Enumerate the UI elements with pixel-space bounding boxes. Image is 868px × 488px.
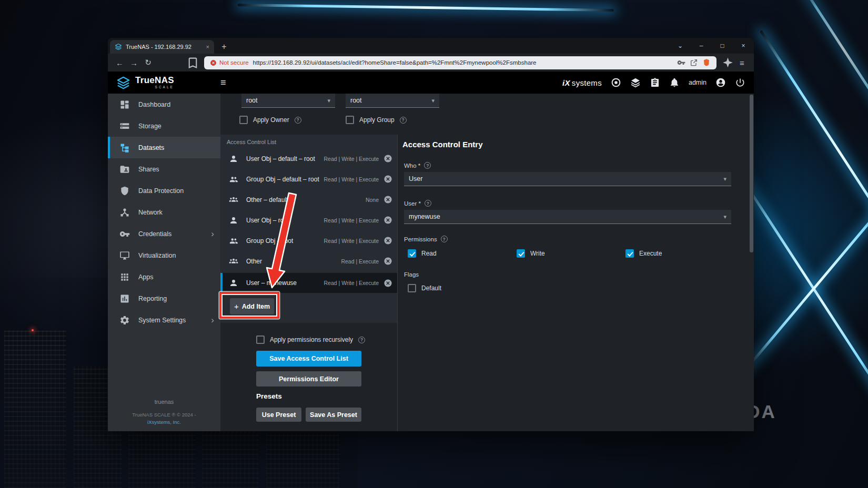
apply-group-checkbox[interactable]: Apply Group ? xyxy=(346,116,407,124)
acl-entry-row[interactable]: Group Obj – default – root Read | Write … xyxy=(220,169,397,189)
plus-icon: + xyxy=(234,302,239,310)
tab-title: TrueNAS - 192.168.29.92 xyxy=(126,44,203,50)
browser-menu-icon[interactable]: ≡ xyxy=(735,56,749,69)
add-item-button[interactable]: + Add Item xyxy=(230,298,274,314)
bookmark-icon[interactable] xyxy=(186,56,199,69)
status-feedback-icon[interactable] xyxy=(611,77,621,88)
back-button[interactable]: ← xyxy=(113,56,126,69)
owner-select[interactable]: root ▾ xyxy=(241,94,335,108)
sidebar-item[interactable]: Virtualization xyxy=(108,245,220,266)
flags-field-label: Flags xyxy=(404,271,419,278)
sidebar-item[interactable]: Network xyxy=(108,201,220,223)
browser-tab[interactable]: TrueNAS - 192.168.29.92 × xyxy=(110,40,214,54)
remove-entry-icon[interactable] xyxy=(383,216,392,225)
remove-entry-icon[interactable] xyxy=(383,195,392,204)
apps-icon xyxy=(119,272,130,282)
acl-entry-row[interactable]: Group Obj – root Read | Write | Execute xyxy=(220,230,397,251)
power-icon[interactable] xyxy=(735,77,745,88)
user-icon xyxy=(229,278,238,288)
permission-checkbox[interactable]: Read xyxy=(408,249,517,258)
tab-close-icon[interactable]: × xyxy=(206,44,209,50)
monitor-icon xyxy=(119,250,130,261)
acl-entry-row[interactable]: Other Read | Execute xyxy=(220,251,397,271)
sidebar-item[interactable]: Dashboard xyxy=(108,94,220,115)
help-icon[interactable]: ? xyxy=(425,200,431,207)
group-select[interactable]: root ▾ xyxy=(346,94,439,108)
address-bar[interactable]: Not secure https://192.168.29.92/ui/data… xyxy=(204,56,716,69)
truenas-favicon-icon xyxy=(115,43,122,50)
sidebar-item[interactable]: Datasets xyxy=(108,137,220,158)
help-icon[interactable]: ? xyxy=(358,337,365,343)
acl-entry-row[interactable]: User Obj – root Read | Write | Execute xyxy=(220,210,397,230)
sidebar-item[interactable]: Apps xyxy=(108,266,220,288)
sidebar-item[interactable]: Reporting xyxy=(108,288,220,309)
help-icon[interactable]: ? xyxy=(424,162,431,169)
checkbox-box xyxy=(408,249,416,258)
share-icon[interactable] xyxy=(690,58,698,67)
sidebar-item[interactable]: Data Protection xyxy=(108,180,220,201)
dashboard-icon xyxy=(119,99,130,110)
sidebar-item[interactable]: System Settings › xyxy=(108,309,220,331)
user-select[interactable]: mynewuse ▾ xyxy=(404,210,731,224)
chart-icon xyxy=(119,293,130,304)
window-close-button[interactable]: × xyxy=(733,38,754,54)
help-icon[interactable]: ? xyxy=(441,236,448,242)
group-select-value: root xyxy=(350,97,362,104)
browser-toolbar: ← → ↻ Not secure https://192.168.29.92/u… xyxy=(108,54,754,72)
browser-tab-strip: TrueNAS - 192.168.29.92 × + ⌄ – □ × xyxy=(108,38,754,54)
permissions-field-label: Permissions ? xyxy=(404,236,448,242)
apply-recursively-checkbox[interactable]: Apply permissions recursively ? xyxy=(256,336,365,344)
browser-window: TrueNAS - 192.168.29.92 × + ⌄ – □ × ← → … xyxy=(108,38,754,431)
permission-checkbox[interactable]: Execute xyxy=(625,249,734,258)
help-icon[interactable]: ? xyxy=(295,117,301,124)
password-key-icon[interactable] xyxy=(677,58,685,67)
apply-owner-checkbox[interactable]: Apply Owner ? xyxy=(239,116,301,124)
alerts-bell-icon[interactable] xyxy=(669,77,680,88)
who-select[interactable]: User ▾ xyxy=(404,172,731,186)
rewards-sparkle-icon[interactable] xyxy=(721,56,734,69)
new-tab-button[interactable]: + xyxy=(217,40,231,54)
brand-subtitle: SCALE xyxy=(135,86,174,89)
tab-search-chevron-icon[interactable]: ⌄ xyxy=(670,38,691,54)
acl-entry-row[interactable]: Other – default None xyxy=(220,189,397,210)
remove-entry-icon[interactable] xyxy=(383,236,392,245)
sidebar-item[interactable]: Shares xyxy=(108,158,220,180)
acl-entry-row[interactable]: User – mynewuse Read | Write | Execute xyxy=(220,273,397,293)
remove-entry-icon[interactable] xyxy=(383,279,392,288)
shares-icon xyxy=(119,164,130,175)
jobs-layers-icon[interactable] xyxy=(630,77,641,88)
sidebar-toggle-icon[interactable]: ≡ xyxy=(220,78,226,87)
window-minimize-button[interactable]: – xyxy=(691,38,712,54)
sidebar-item[interactable]: Credentials › xyxy=(108,223,220,245)
presets-heading: Presets xyxy=(256,392,282,400)
user-icon xyxy=(229,154,238,164)
gear-icon xyxy=(119,315,130,326)
not-secure-warning-icon xyxy=(210,59,217,66)
save-as-preset-button[interactable]: Save As Preset xyxy=(306,408,361,422)
window-maximize-button[interactable]: □ xyxy=(712,38,733,54)
truenas-app: TrueNAS SCALE ≡ iXsystems admin xyxy=(108,72,754,431)
permission-checkbox[interactable]: Write xyxy=(517,249,625,258)
remove-entry-icon[interactable] xyxy=(383,257,392,266)
acl-list-title: Access Control List xyxy=(227,139,276,145)
reload-button[interactable]: ↻ xyxy=(142,56,155,69)
account-avatar-icon[interactable] xyxy=(715,77,726,88)
remove-entry-icon[interactable] xyxy=(383,154,392,163)
scrollbar-thumb[interactable] xyxy=(750,95,753,252)
app-header: TrueNAS SCALE ≡ iXsystems admin xyxy=(108,72,754,94)
save-access-control-list-button[interactable]: Save Access Control List xyxy=(256,351,361,367)
tasks-clipboard-icon[interactable] xyxy=(650,77,660,88)
sidebar-item[interactable]: Storage xyxy=(108,115,220,137)
permissions-editor-button[interactable]: Permissions Editor xyxy=(256,371,361,387)
shield-brave-icon[interactable] xyxy=(702,58,711,67)
not-secure-badge[interactable]: Not secure xyxy=(210,59,249,66)
who-field-label: Who * ? xyxy=(404,162,431,169)
flag-checkbox[interactable]: Default xyxy=(408,284,517,292)
use-preset-button[interactable]: Use Preset xyxy=(256,408,301,422)
acl-entry-row[interactable]: User Obj – default – root Read | Write |… xyxy=(220,148,397,169)
forward-button[interactable]: → xyxy=(127,56,140,69)
company-link[interactable]: iXsystems, Inc. xyxy=(108,419,220,425)
help-icon[interactable]: ? xyxy=(400,117,407,124)
scrollbar-track[interactable] xyxy=(750,94,753,431)
remove-entry-icon[interactable] xyxy=(383,175,392,184)
